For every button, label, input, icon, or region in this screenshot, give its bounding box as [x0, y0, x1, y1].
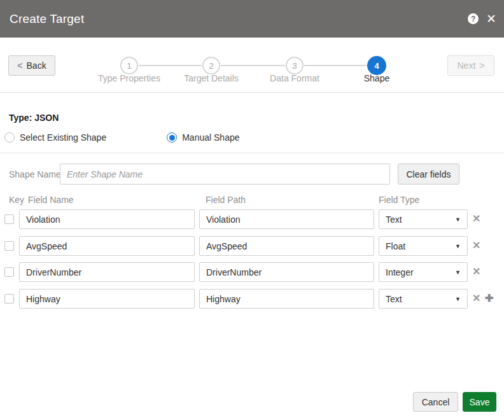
step-1-circle[interactable]: 1 [120, 57, 138, 74]
field-row: Float ▼ ✕ ✚ [0, 236, 504, 256]
field-type-select[interactable]: Float ▼ [379, 236, 468, 256]
field-name-input[interactable] [19, 236, 195, 256]
field-row: Text ▼ ✕ ✚ [0, 289, 504, 309]
column-header-field-type: Field Type [379, 195, 419, 205]
step-connector [221, 65, 285, 66]
clear-fields-button[interactable]: Clear fields [398, 164, 459, 185]
type-value: JSON [34, 113, 59, 123]
dropdown-arrow-icon: ▼ [455, 269, 461, 276]
field-type-select[interactable]: Text ▼ [379, 209, 468, 229]
step-4-label: Shape [326, 73, 428, 83]
field-type-value: Text [386, 214, 402, 225]
field-type-value: Float [386, 241, 405, 251]
shape-mode-radios: Select Existing Shape Manual Shape [4, 132, 240, 143]
field-type-select[interactable]: Text ▼ [379, 289, 468, 309]
step-2-circle[interactable]: 2 [202, 57, 220, 74]
field-path-input[interactable] [199, 209, 374, 229]
shape-name-input[interactable] [60, 164, 390, 185]
header-icons: ? ✕ [468, 0, 496, 38]
field-path-input[interactable] [199, 236, 374, 256]
select-existing-shape-label[interactable]: Select Existing Shape [20, 132, 106, 143]
remove-field-button[interactable]: ✕ [472, 239, 480, 251]
type-label: Type: [9, 113, 32, 123]
field-name-input[interactable] [19, 289, 195, 309]
key-checkbox[interactable] [4, 267, 14, 277]
select-existing-shape-radio[interactable] [4, 132, 15, 143]
help-icon[interactable]: ? [468, 13, 479, 24]
step-connector [139, 65, 202, 66]
remove-field-button[interactable]: ✕ [472, 265, 480, 277]
dialog-title: Create Target [10, 12, 84, 26]
field-path-input[interactable] [199, 289, 374, 309]
chevron-left-icon: < [17, 60, 22, 71]
field-name-input[interactable] [19, 209, 195, 229]
save-button[interactable]: Save [463, 392, 496, 412]
field-path-input[interactable] [199, 262, 374, 282]
column-header-field-path: Field Path [206, 195, 246, 205]
dialog-header: Create Target ? ✕ [0, 0, 504, 38]
key-checkbox[interactable] [4, 214, 14, 224]
field-type-value: Text [386, 294, 402, 304]
manual-shape-radio[interactable] [167, 132, 177, 143]
dropdown-arrow-icon: ▼ [455, 216, 461, 223]
remove-field-button[interactable]: ✕ [472, 213, 480, 225]
field-type-value: Integer [386, 267, 414, 277]
step-connector [304, 65, 367, 66]
section-divider [0, 153, 504, 153]
add-field-button[interactable]: ✚ [485, 292, 493, 304]
step-4-circle[interactable]: 4 [367, 56, 386, 75]
next-button[interactable]: Next> [447, 55, 494, 76]
back-button[interactable]: <Back [8, 55, 55, 76]
wizard-stepper: <Back Next> 1 2 3 4 Type Properties Targ… [0, 38, 504, 93]
remove-field-button[interactable]: ✕ [472, 292, 480, 304]
chevron-right-icon: > [479, 60, 484, 71]
key-checkbox[interactable] [4, 241, 14, 251]
field-type-select[interactable]: Integer ▼ [379, 262, 468, 282]
shape-name-label: Shape Name [9, 169, 61, 179]
column-header-field-name: Field Name [28, 195, 74, 205]
dropdown-arrow-icon: ▼ [455, 296, 461, 302]
manual-shape-label[interactable]: Manual Shape [182, 132, 239, 143]
column-header-key: Key [9, 195, 24, 205]
key-checkbox[interactable] [4, 294, 14, 304]
field-row: Text ▼ ✕ ✚ [0, 209, 504, 229]
create-target-dialog: Create Target ? ✕ <Back Next> 1 2 3 4 Ty… [0, 0, 504, 420]
field-name-input[interactable] [19, 262, 195, 282]
cancel-button[interactable]: Cancel [413, 392, 458, 412]
field-row: Integer ▼ ✕ ✚ [0, 262, 504, 282]
type-line: Type: JSON [9, 113, 59, 123]
dropdown-arrow-icon: ▼ [455, 243, 461, 249]
close-icon[interactable]: ✕ [486, 13, 496, 25]
step-3-circle[interactable]: 3 [286, 57, 304, 74]
